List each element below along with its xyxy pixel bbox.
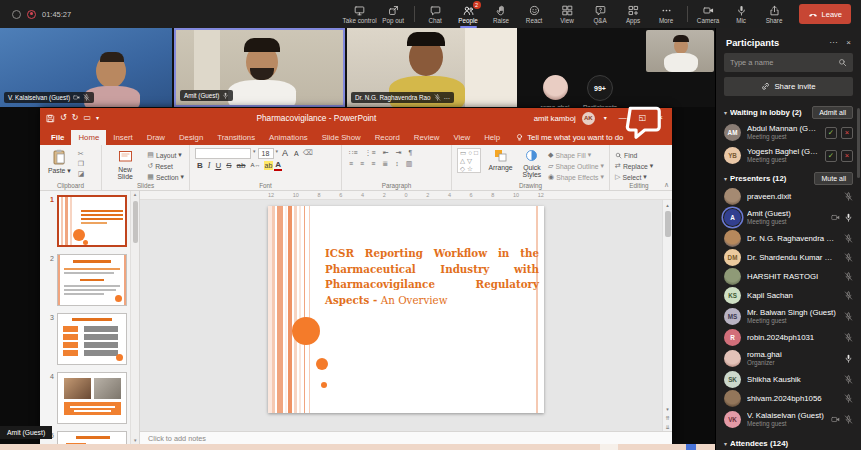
clear-strike-button[interactable]: ab: [235, 160, 248, 171]
underline-button[interactable]: U: [213, 160, 223, 171]
deny-button[interactable]: ×: [841, 127, 853, 139]
qa-button[interactable]: Q&A: [584, 0, 617, 28]
panel-more-icon[interactable]: ⋯: [829, 38, 837, 47]
shape-effects-button[interactable]: ◉Shape Effects ▾: [548, 172, 604, 182]
take-control-button[interactable]: Take control: [343, 0, 377, 28]
participant-row[interactable]: roma.ghaiOrganizer: [716, 347, 861, 370]
leave-button[interactable]: Leave: [799, 4, 851, 24]
attendees-section-header[interactable]: ▾ Attendees (124): [716, 436, 861, 450]
undo-icon[interactable]: ↺: [60, 114, 67, 122]
replace-button[interactable]: ⇄Replace ▾: [615, 161, 653, 171]
select-button[interactable]: ▷Select ▾: [615, 172, 653, 182]
slide-title[interactable]: ICSR Reporting Workflow in the Pharmaceu…: [325, 246, 539, 309]
collapse-ribbon-icon[interactable]: ∧: [664, 181, 669, 189]
more-button[interactable]: More: [650, 0, 683, 28]
search-input[interactable]: [730, 58, 834, 67]
participant-row[interactable]: praveen.dixit: [716, 187, 861, 206]
tab-design[interactable]: Design: [172, 130, 210, 145]
cut-icon[interactable]: ✂: [78, 150, 85, 159]
video-tile-kalaiselvan[interactable]: V. Kalaiselvan (Guest): [0, 28, 172, 107]
tell-me-box[interactable]: Tell me what you want to do: [515, 133, 623, 145]
font-color-icon[interactable]: A: [274, 160, 282, 171]
thumbnail-scrollbar[interactable]: ▴▾: [130, 191, 139, 444]
slide-thumbnail-3[interactable]: 3: [44, 313, 139, 365]
font-name-box[interactable]: [195, 148, 251, 159]
arrange-button[interactable]: Arrange: [485, 148, 515, 172]
columns-icon[interactable]: ▥: [404, 159, 415, 169]
panel-close-icon[interactable]: ×: [846, 38, 851, 47]
slide-thumbnail-1[interactable]: 1: [44, 195, 139, 247]
people-button[interactable]: People2: [452, 0, 485, 28]
deny-button[interactable]: ×: [841, 150, 853, 162]
shrink-font-icon[interactable]: A: [292, 148, 301, 159]
numbering-icon[interactable]: ⋮≡: [363, 148, 378, 158]
align-right-icon[interactable]: ≡: [369, 159, 377, 169]
customize-qat-icon[interactable]: ▾: [96, 115, 99, 121]
admit-button[interactable]: ✓: [825, 150, 837, 162]
paste-button[interactable]: Paste ▾: [45, 148, 74, 175]
participant-row[interactable]: AMAbdul Mannan (Guest)Meeting guest✓×: [716, 121, 861, 144]
shape-fill-button[interactable]: ◆Shape Fill ▾: [548, 150, 604, 160]
video-tile-amit-active-speaker[interactable]: Amit (Guest): [174, 28, 345, 107]
lobby-action-button[interactable]: Admit all: [812, 106, 853, 119]
slide-canvas[interactable]: ICSR Reporting Workflow in the Pharmaceu…: [268, 206, 544, 413]
presenters-section-header[interactable]: ▾Presenters (12)Mute all: [716, 170, 861, 187]
grow-font-icon[interactable]: A: [280, 148, 290, 159]
slide-thumbnail-5[interactable]: 5: [44, 431, 139, 444]
tab-home[interactable]: Home: [71, 130, 106, 145]
align-center-icon[interactable]: ≡: [358, 159, 366, 169]
chat-button[interactable]: Chat: [419, 0, 452, 28]
next-slide-button[interactable]: ⇊: [663, 422, 673, 431]
participant-row[interactable]: SKShikha Kaushik: [716, 370, 861, 389]
participant-row[interactable]: DMDr. Shardendu Kumar Mishra: [716, 248, 861, 267]
more-options-icon[interactable]: ⋯: [444, 94, 450, 101]
previous-slide-button[interactable]: ⇈: [663, 413, 673, 422]
quick-styles-button[interactable]: Quick Styles: [520, 148, 545, 180]
tab-slide-show[interactable]: Slide Show: [315, 130, 368, 145]
reset-button[interactable]: ↺Reset: [147, 161, 184, 171]
find-button[interactable]: Find: [615, 150, 653, 160]
mic-button[interactable]: Mic: [725, 0, 758, 28]
shape-outline-button[interactable]: ▱Shape Outline ▾: [548, 161, 604, 171]
video-tile-small[interactable]: [646, 30, 714, 72]
redo-icon[interactable]: ↻: [72, 114, 79, 122]
participant-row[interactable]: AAmit (Guest)Meeting guest: [716, 206, 861, 229]
line-spacing-icon[interactable]: ↕: [393, 159, 401, 169]
participant-row[interactable]: Dr. N.G. Raghavendra Rao: [716, 229, 861, 248]
tab-view[interactable]: View: [446, 130, 477, 145]
italic-button[interactable]: I: [206, 160, 213, 171]
copy-icon[interactable]: ❐: [78, 160, 85, 169]
participant-row[interactable]: YBYogesh Baghel (Guest)Meeting guest✓×: [716, 144, 861, 167]
slide-vertical-scrollbar[interactable]: ▴ ▾ ⇈ ⇊: [662, 200, 672, 431]
bullets-icon[interactable]: ∷≡: [347, 148, 360, 158]
lobby-section-header[interactable]: ▾Waiting in lobby (2)Admit all: [716, 104, 861, 121]
text-direction-icon[interactable]: ¶: [406, 148, 414, 158]
clear-format-icon[interactable]: ⌫: [303, 149, 313, 158]
avatar-roma[interactable]: [543, 75, 568, 100]
tab-transitions[interactable]: Transitions: [210, 130, 262, 145]
ribbon-display-options-icon[interactable]: ▾: [601, 115, 610, 121]
slide-thumbnail-4[interactable]: 4: [44, 372, 139, 424]
align-left-icon[interactable]: ≡: [347, 159, 355, 169]
justify-icon[interactable]: ≣: [380, 159, 390, 169]
notes-pane[interactable]: Click to add notes: [140, 431, 672, 444]
participant-row[interactable]: KSKapil Sachan: [716, 286, 861, 305]
strikethrough-button[interactable]: S: [224, 160, 233, 171]
comments-icon[interactable]: [623, 101, 664, 142]
account-avatar[interactable]: AK: [582, 112, 595, 125]
start-slideshow-icon[interactable]: ▭: [83, 114, 91, 122]
tab-record[interactable]: Record: [368, 130, 407, 145]
raise-button[interactable]: Raise: [485, 0, 518, 28]
overflow-participants-count[interactable]: 99+: [587, 75, 613, 101]
tab-draw[interactable]: Draw: [140, 130, 172, 145]
tab-help[interactable]: Help: [477, 130, 507, 145]
participant-row[interactable]: shivam.2024bph1056: [716, 389, 861, 408]
participant-row[interactable]: HARSHIT RASTOGI: [716, 267, 861, 286]
participant-row[interactable]: VKV. Kalaiselvan (Guest)Meeting guest: [716, 408, 861, 431]
share-button[interactable]: Share: [758, 0, 791, 28]
layout-button[interactable]: ▤Layout ▾: [147, 150, 184, 160]
view-button[interactable]: View: [551, 0, 584, 28]
format-painter-icon[interactable]: ◪: [78, 170, 85, 179]
presenters-action-button[interactable]: Mute all: [814, 172, 853, 185]
character-spacing-icon[interactable]: A↔: [248, 160, 262, 171]
